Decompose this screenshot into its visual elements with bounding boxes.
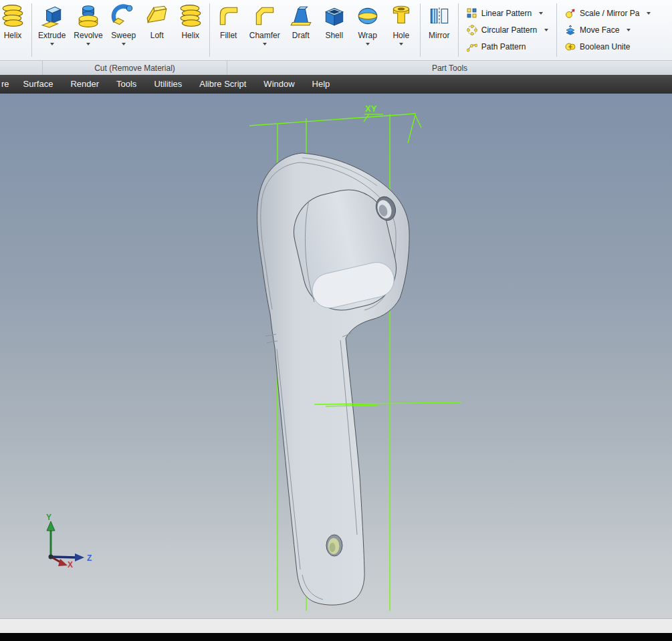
3d-viewport[interactable]: XY Y X Z bbox=[0, 94, 672, 618]
menu-item-surface[interactable]: Surface bbox=[15, 75, 62, 94]
menu-item-scale-mirror[interactable]: Scale / Mirror Pa bbox=[565, 7, 666, 19]
extrude-icon bbox=[39, 3, 65, 29]
ribbon-button-label: Revolve bbox=[74, 31, 102, 40]
path-pattern-icon bbox=[467, 41, 477, 52]
menu-item-linear-pattern[interactable]: Linear Pattern bbox=[467, 7, 548, 19]
dropdown-caret-icon[interactable] bbox=[399, 43, 403, 45]
helix-icon bbox=[178, 3, 203, 29]
menu-item-label: Move Face bbox=[580, 25, 619, 35]
menu-item-window[interactable]: Window bbox=[255, 75, 303, 94]
pattern-tools-group: Linear Pattern Circular Pattern bbox=[461, 0, 554, 60]
ribbon-button-sweep[interactable]: Sweep bbox=[107, 0, 140, 60]
bottom-black-strip bbox=[0, 633, 672, 641]
hole-icon bbox=[388, 3, 414, 29]
mirror-icon bbox=[427, 3, 452, 29]
alibre-window: Helix Extrude bbox=[0, 0, 672, 641]
triad-z-label: Z bbox=[87, 553, 92, 563]
ribbon-button-hole[interactable]: Hole bbox=[384, 0, 418, 60]
revolve-icon bbox=[76, 3, 101, 29]
face-tools-group: Scale / Mirror Pa Move Face bbox=[559, 0, 672, 60]
menu-item-label: Boolean Unite bbox=[580, 42, 630, 51]
ribbon-button-label: Sweep bbox=[111, 31, 136, 40]
ribbon-button-shell[interactable]: Shell bbox=[318, 0, 351, 60]
ribbon-button-draft[interactable]: Draft bbox=[284, 0, 318, 60]
ribbon-button-label: Hole bbox=[393, 31, 409, 40]
status-bar bbox=[0, 618, 672, 633]
dropdown-caret-icon[interactable] bbox=[50, 43, 54, 45]
loft-icon bbox=[144, 3, 170, 29]
section-label-cut: Cut (Remove Material) bbox=[43, 61, 227, 75]
orientation-triad: Y X Z bbox=[46, 513, 92, 569]
sweep-icon bbox=[111, 3, 136, 29]
shell-icon bbox=[322, 3, 347, 29]
ribbon-toolbar: Helix Extrude bbox=[0, 0, 672, 60]
move-face-icon bbox=[565, 25, 576, 35]
model-bottom-hole[interactable] bbox=[326, 535, 342, 556]
menu-item-circular-pattern[interactable]: Circular Pattern bbox=[467, 24, 548, 36]
menu-item-alibre-script[interactable]: Alibre Script bbox=[191, 75, 255, 94]
ribbon-separator bbox=[209, 3, 210, 57]
draft-icon bbox=[288, 3, 314, 29]
triad-x-label: X bbox=[68, 560, 73, 569]
boolean-unite-icon bbox=[565, 41, 576, 52]
dropdown-caret-icon[interactable] bbox=[627, 29, 631, 31]
menu-item-label: Circular Pattern bbox=[481, 25, 537, 35]
menu-item-path-pattern[interactable]: Path Pattern bbox=[467, 41, 548, 53]
viewport-canvas: XY Y X Z bbox=[0, 94, 672, 618]
cad-model-lever-arm[interactable] bbox=[257, 153, 410, 605]
ribbon-button-label: Fillet bbox=[220, 31, 237, 40]
ribbon-separator bbox=[420, 3, 421, 57]
ribbon-button-label: Draft bbox=[292, 31, 310, 40]
menu-item-utilities[interactable]: Utilities bbox=[145, 75, 191, 94]
section-label-part-tools: Part Tools bbox=[227, 61, 672, 75]
ribbon-button-label: Mirror bbox=[429, 31, 449, 40]
dropdown-caret-icon[interactable] bbox=[647, 12, 651, 15]
menu-bar: re Surface Render Tools Utilities Alibre… bbox=[0, 75, 672, 94]
ribbon-button-revolve[interactable]: Revolve bbox=[70, 0, 106, 60]
scale-mirror-icon bbox=[565, 8, 576, 19]
triad-y-label: Y bbox=[46, 513, 51, 522]
fillet-icon bbox=[216, 3, 241, 29]
dropdown-caret-icon[interactable] bbox=[263, 43, 267, 45]
menu-item-help[interactable]: Help bbox=[304, 75, 339, 94]
chamfer-icon bbox=[252, 3, 277, 29]
ribbon-button-chamfer[interactable]: Chamfer bbox=[245, 0, 284, 60]
menu-item-label: Linear Pattern bbox=[481, 9, 532, 18]
ribbon-button-extrude[interactable]: Extrude bbox=[34, 0, 70, 60]
ribbon-separator bbox=[556, 3, 557, 57]
ribbon-button-label: Helix bbox=[4, 31, 22, 40]
ribbon-button-wrap[interactable]: Wrap bbox=[351, 0, 384, 60]
helix-icon bbox=[0, 3, 25, 29]
ribbon-button-label: Chamfer bbox=[249, 31, 280, 40]
ribbon-separator bbox=[458, 3, 459, 57]
menu-item-tools[interactable]: Tools bbox=[108, 75, 145, 94]
ribbon-separator bbox=[31, 3, 32, 57]
menu-item-render[interactable]: Render bbox=[62, 75, 108, 94]
ribbon-button-loft[interactable]: Loft bbox=[140, 0, 174, 60]
linear-pattern-icon bbox=[467, 8, 477, 19]
dropdown-caret-icon[interactable] bbox=[539, 12, 543, 15]
menu-item-label: Scale / Mirror Pa bbox=[580, 9, 639, 18]
ribbon-button-label: Helix bbox=[181, 31, 199, 40]
ribbon-button-label: Shell bbox=[325, 31, 343, 40]
ribbon-section-bar: Cut (Remove Material) Part Tools bbox=[0, 60, 672, 75]
ribbon-button-label: Loft bbox=[150, 31, 164, 40]
ribbon-button-helix-1[interactable]: Helix bbox=[0, 0, 29, 60]
circular-pattern-icon bbox=[467, 25, 477, 35]
ribbon-button-label: Extrude bbox=[38, 31, 66, 40]
ribbon-button-helix-2[interactable]: Helix bbox=[174, 0, 207, 60]
dropdown-caret-icon[interactable] bbox=[86, 43, 90, 45]
ribbon-button-label: Wrap bbox=[358, 31, 377, 40]
menu-item-move-face[interactable]: Move Face bbox=[565, 24, 666, 36]
ribbon-button-mirror[interactable]: Mirror bbox=[423, 0, 456, 60]
dropdown-caret-icon[interactable] bbox=[122, 43, 126, 45]
wrap-icon bbox=[355, 3, 380, 29]
section-cell-empty bbox=[0, 61, 43, 75]
menu-item-boolean-unite[interactable]: Boolean Unite bbox=[565, 41, 666, 53]
menu-item-label: Path Pattern bbox=[481, 42, 526, 51]
ribbon-button-fillet[interactable]: Fillet bbox=[212, 0, 245, 60]
dropdown-caret-icon[interactable] bbox=[544, 29, 548, 31]
dropdown-caret-icon[interactable] bbox=[366, 43, 370, 45]
sketch-plane-label: XY bbox=[365, 104, 377, 114]
menu-item-feature-truncated[interactable]: re bbox=[0, 75, 15, 94]
